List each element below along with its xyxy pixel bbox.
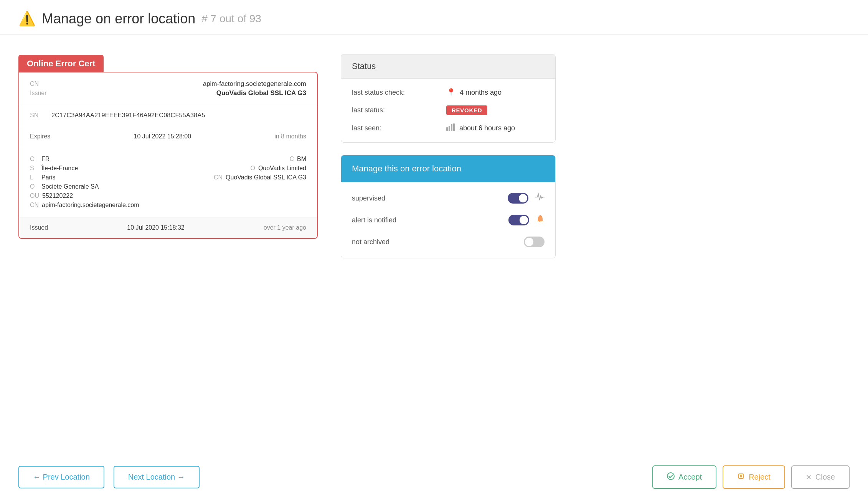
prev-location-button[interactable]: ← Prev Location [18, 466, 104, 488]
archived-toggle-slider [524, 237, 545, 247]
status-card-body: last status check: 📍 4 months ago last s… [341, 79, 555, 142]
cert-expires-date: 10 Jul 2022 15:28:00 [134, 133, 191, 140]
alert-row: alert is notified [352, 214, 545, 226]
close-x-icon: ✕ [806, 473, 812, 482]
cert-issuer-key: Issuer [30, 90, 61, 97]
page-counter: # 7 out of 93 [201, 13, 261, 25]
last-seen-value: about 6 hours ago [446, 123, 515, 133]
cert-issued-key: Issued [30, 224, 48, 231]
archived-controls [524, 237, 545, 247]
status-card-header: Status [341, 54, 555, 79]
cert-subject-o-val: Societe Generale SA [41, 183, 99, 190]
cert-issuer-c-val: BM [297, 156, 306, 163]
cert-issuer-cn-key: CN [214, 174, 223, 181]
footer: ← Prev Location Next Location → Accept [0, 456, 868, 498]
cert-subject-s-val: Île-de-France [41, 165, 78, 172]
cert-card-wrapper: Online Error Cert CN apim-factoring.soci… [18, 54, 318, 440]
reject-x-icon [737, 472, 745, 482]
cert-subject-c-key: C [30, 156, 38, 163]
page-header: ⚠️ Manage on error location # 7 out of 9… [0, 0, 868, 35]
cert-issuer-row: Issuer QuoVadis Global SSL ICA G3 [30, 89, 306, 97]
svg-rect-0 [446, 127, 448, 131]
pulse-icon [535, 193, 545, 204]
cert-subject-cn-row: CN apim-factoring.societegenerale.com [30, 202, 168, 209]
cert-expires-section: Expires 10 Jul 2022 15:28:00 in 8 months [19, 126, 317, 147]
cert-expires-ago: in 8 months [274, 133, 306, 140]
supervised-label: supervised [352, 194, 385, 202]
manage-card-header: Manage this on error location [341, 155, 555, 182]
last-seen-row: last seen: about 6 hours ago [352, 123, 545, 133]
cert-issued-ago: over 1 year ago [264, 224, 306, 231]
reject-button[interactable]: Reject [723, 465, 785, 489]
cert-sn-value: 2C17C3A94AA219EEEE391F46A92EC08CF55A38A5 [51, 112, 205, 119]
cert-subject-ou-val: 552120222 [42, 192, 73, 199]
cert-subject-right: C BM O QuoVadis Limited CN QuoVadis Glob… [168, 156, 306, 209]
cert-issuer-cn-row: CN QuoVadis Global SSL ICA G3 [168, 174, 306, 181]
status-check-label: last status check: [352, 89, 440, 97]
cert-issued-section: Issued 10 Jul 2020 15:18:32 over 1 year … [19, 217, 317, 238]
close-label: Close [815, 473, 835, 482]
page-title: Manage on error location [42, 11, 195, 27]
cert-subject-ou-key: OU [30, 192, 39, 199]
cert-badge: Online Error Cert [18, 55, 104, 72]
signal-icon [446, 123, 455, 133]
alert-label: alert is notified [352, 216, 396, 224]
main-content: Online Error Cert CN apim-factoring.soci… [0, 35, 868, 456]
cert-issued-date: 10 Jul 2020 15:18:32 [127, 224, 184, 231]
cert-subject-o-key: O [30, 183, 38, 190]
cert-cn-key: CN [30, 81, 61, 87]
archived-label: not archived [352, 238, 389, 246]
manage-card: Manage this on error location supervised [341, 155, 556, 258]
svg-rect-3 [453, 123, 455, 131]
cert-issuer-c-key: C [285, 156, 294, 163]
cert-cn-value: apim-factoring.societegenerale.com [203, 80, 306, 88]
reject-label: Reject [749, 473, 771, 482]
cert-subject-ou-row: OU 552120222 [30, 192, 168, 199]
right-panel: Status last status check: 📍 4 months ago… [341, 54, 556, 440]
revoked-badge: REVOKED [446, 105, 487, 115]
cert-cn-section: CN apim-factoring.societegenerale.com Is… [19, 72, 317, 105]
cert-subject-c-val: FR [41, 156, 50, 163]
cert-subject-s-key: S [30, 165, 38, 172]
alert-toggle-slider [508, 215, 529, 225]
warning-icon: ⚠️ [18, 11, 36, 27]
cert-subject-cn-val: apim-factoring.societegenerale.com [42, 202, 139, 209]
supervised-controls [508, 193, 545, 204]
supervised-toggle[interactable] [508, 193, 528, 204]
archived-row: not archived [352, 237, 545, 247]
cert-issuer-o-key: O [247, 165, 255, 172]
last-status-label: last status: [352, 106, 440, 114]
accept-label: Accept [678, 473, 702, 482]
alert-toggle[interactable] [508, 215, 529, 225]
footer-right: Accept Reject ✕ Close [652, 465, 850, 489]
cert-cn-row: CN apim-factoring.societegenerale.com [30, 80, 306, 88]
cert-subject-section: C FR S Île-de-France L Paris O [19, 147, 317, 217]
svg-rect-2 [451, 124, 452, 131]
svg-rect-1 [449, 126, 450, 131]
cert-subject-l-key: L [30, 174, 38, 181]
last-status-value: REVOKED [446, 105, 487, 115]
cert-issuer-c-row: C BM [168, 156, 306, 163]
status-check-row: last status check: 📍 4 months ago [352, 88, 545, 97]
status-card: Status last status check: 📍 4 months ago… [341, 54, 556, 143]
status-check-text: 4 months ago [460, 89, 502, 97]
last-status-row: last status: REVOKED [352, 105, 545, 115]
close-button[interactable]: ✕ Close [791, 465, 850, 489]
cert-card: CN apim-factoring.societegenerale.com Is… [18, 72, 318, 239]
status-check-value: 📍 4 months ago [446, 88, 502, 97]
alert-controls [508, 214, 545, 226]
cert-subject-left: C FR S Île-de-France L Paris O [30, 156, 168, 209]
next-location-button[interactable]: Next Location → [114, 466, 200, 488]
cert-issuer-o-val: QuoVadis Limited [258, 165, 306, 172]
cert-issuer-o-row: O QuoVadis Limited [168, 165, 306, 172]
footer-left: ← Prev Location Next Location → [18, 466, 200, 488]
archived-toggle[interactable] [524, 237, 545, 247]
cert-subject-o-row: O Societe Generale SA [30, 183, 168, 190]
accept-check-icon [667, 472, 675, 482]
cert-subject-l-val: Paris [41, 174, 55, 181]
supervised-toggle-slider [508, 193, 528, 204]
last-seen-text: about 6 hours ago [459, 124, 515, 132]
accept-button[interactable]: Accept [652, 465, 716, 489]
cert-sn-section: SN 2C17C3A94AA219EEEE391F46A92EC08CF55A3… [19, 105, 317, 126]
svg-point-4 [667, 473, 674, 480]
